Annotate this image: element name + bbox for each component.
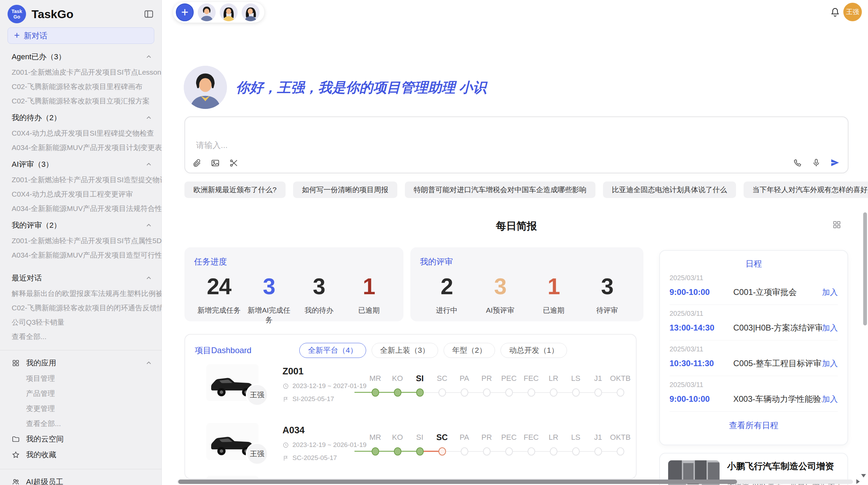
- sidebar-item[interactable]: A034-全新新能源MUV产品开发项目计划变更表编写: [0, 140, 161, 155]
- sidebar-section-my-todo[interactable]: 我的待办（2）: [0, 110, 161, 126]
- chevron-up-icon[interactable]: [145, 114, 153, 122]
- flag-icon: [282, 396, 289, 402]
- sidebar-item[interactable]: Z001-全新燃油皮卡产品开发项目SI节点Lesson Learn报告: [0, 65, 161, 79]
- tab-all-new-platform[interactable]: 全新平台（4）: [299, 343, 366, 358]
- schedule-date: 2025/03/11: [670, 381, 838, 389]
- project-row[interactable]: 王强 A034 2023-12-19 ~ 2026-01-19 SC-2025-…: [195, 423, 626, 474]
- sidebar-my-apps[interactable]: 我的应用: [0, 355, 161, 371]
- voice-call-icon[interactable]: [793, 158, 803, 167]
- sidebar-app-project-mgmt[interactable]: 项目管理: [0, 371, 161, 386]
- sidebar-item-view-all[interactable]: 查看全部...: [0, 329, 161, 344]
- chevron-up-icon[interactable]: [145, 359, 153, 367]
- attachment-icon[interactable]: [192, 158, 202, 168]
- horizontal-scrollbar-thumb[interactable]: [178, 480, 737, 484]
- composer-placeholder: 请输入...: [196, 140, 228, 151]
- avatar[interactable]: [242, 3, 260, 21]
- collapse-sidebar-icon[interactable]: [144, 9, 154, 19]
- chat-composer[interactable]: 请输入...: [184, 116, 848, 173]
- sidebar-app-view-all[interactable]: 查看全部...: [0, 416, 161, 431]
- join-link[interactable]: 加入: [822, 287, 838, 298]
- milestone-dot: [550, 447, 557, 456]
- sidebar-item[interactable]: C02-飞腾新能源轻客改款项目立项汇报方案: [0, 94, 161, 108]
- new-chat-label: 新对话: [24, 30, 47, 41]
- milestone-label-current: SI: [409, 373, 431, 384]
- flag-icon: [282, 455, 289, 461]
- scroll-right-arrow-icon[interactable]: [856, 479, 860, 484]
- suggestion-chip[interactable]: 欧洲新规最近颁布了什么?: [184, 182, 286, 198]
- sidebar-section-agent-done[interactable]: Agent已办（3）: [0, 49, 161, 65]
- sidebar-divider: [0, 350, 161, 350]
- task-progress-card: 任务进度 24新增完成任务 3新增AI完成任务 3我的待办 1已逾期: [184, 247, 403, 321]
- notification-bell-icon[interactable]: [830, 7, 841, 18]
- layout-grid-icon[interactable]: [832, 220, 842, 229]
- owner-name: 王强: [250, 449, 264, 459]
- tab-powertrain-dev[interactable]: 动总开发（1）: [501, 343, 567, 358]
- sidebar-item[interactable]: C02-飞腾新能源轻客改款项目的闭环通告反馈情况: [0, 301, 161, 315]
- sidebar-section-recent-chats[interactable]: 最近对话: [0, 270, 161, 286]
- sidebar-item[interactable]: 解释最新出台的欧盟报废车法规再生塑料比例被调至15%...: [0, 286, 161, 301]
- tab-new-body[interactable]: 全新上装（3）: [372, 343, 438, 358]
- clock-icon: [282, 442, 289, 448]
- schedule-event-name: C005-整车工程目标评审: [733, 358, 822, 369]
- chevron-up-icon[interactable]: [145, 222, 153, 229]
- image-upload-icon[interactable]: [210, 158, 220, 168]
- microphone-icon[interactable]: [811, 158, 821, 167]
- sidebar-my-cloud[interactable]: 我的云空间: [0, 431, 161, 447]
- schedule-item: 2025/03/11 13:00-14:30 C003|H0B-方案冻结评审 加…: [670, 305, 838, 340]
- chevron-up-icon[interactable]: [145, 274, 153, 282]
- suggestion-chip[interactable]: 当下年轻人对汽车外观有怎样的喜好趋势: [744, 182, 868, 198]
- sidebar-ai-superstaff[interactable]: AI超级员工: [0, 474, 161, 485]
- vertical-scrollbar-thumb[interactable]: [863, 212, 867, 325]
- screenshot-scissors-icon[interactable]: [229, 158, 239, 168]
- milestone-dot-done: [394, 447, 401, 456]
- sidebar-item[interactable]: Z001-全新燃油轻卡产品开发项目SI节点属性5D文件评审: [0, 234, 161, 248]
- dashboard-tabs: 全新平台（4） 全新上装（3） 年型（2） 动总开发（1）: [299, 343, 567, 358]
- sidebar-divider: [0, 469, 161, 469]
- milestone-dot: [550, 388, 557, 397]
- stat-label: 已逾期: [344, 306, 394, 315]
- avatar[interactable]: [198, 3, 216, 21]
- user-avatar[interactable]: 王强: [843, 3, 862, 21]
- tab-year-model[interactable]: 年型（2）: [444, 343, 495, 358]
- project-owner-badge: 王强: [246, 384, 268, 406]
- project-row[interactable]: 王强 Z001 2023-12-19 ~ 2027-01-19 SI-2025-…: [195, 364, 626, 415]
- sidebar-my-favorites[interactable]: 我的收藏: [0, 447, 161, 463]
- sidebar-item[interactable]: C02-飞腾新能源轻客改款项目里程碑画布: [0, 79, 161, 94]
- suggestion-chip[interactable]: 如何写一份清晰的项目周报: [293, 182, 397, 198]
- sidebar-item[interactable]: A034-全新新能源MUV产品开发项目造型可行性评审: [0, 248, 161, 262]
- chevron-up-icon[interactable]: [145, 161, 153, 168]
- sidebar-item[interactable]: C0X4-动力总成开发项目SI里程碑提交物检查: [0, 126, 161, 140]
- join-link[interactable]: 加入: [822, 394, 838, 405]
- sidebar-item[interactable]: C0X4-动力总成开发项目工程变更评审: [0, 187, 161, 201]
- stat-label: AI预评审: [473, 306, 527, 315]
- suggestion-chip[interactable]: 比亚迪全固态电池计划具体说了什么: [603, 182, 736, 198]
- sidebar-section-ai-review[interactable]: AI评审（3）: [0, 156, 161, 173]
- sidebar-section-my-review[interactable]: 我的评审（2）: [0, 217, 161, 234]
- avatar[interactable]: [220, 3, 238, 21]
- sidebar-item[interactable]: A034-全新新能源MUV产品开发项目法规符合性评审: [0, 201, 161, 216]
- my-cloud-label: 我的云空间: [26, 434, 64, 444]
- milestone-dot: [505, 388, 513, 397]
- schedule-event-name: C003|H0B-方案冻结评审: [733, 322, 822, 333]
- new-chat-button[interactable]: + 新对话: [8, 27, 154, 44]
- join-link[interactable]: 加入: [822, 358, 838, 369]
- sidebar-app-product-mgmt[interactable]: 产品管理: [0, 386, 161, 401]
- plus-icon: +: [14, 30, 20, 41]
- users-icon: [12, 478, 20, 485]
- chevron-up-icon[interactable]: [145, 53, 153, 61]
- stat-value: 1: [527, 273, 580, 299]
- suggestion-chip[interactable]: 特朗普可能对进口汽车增税会对中国车企造成哪些影响: [405, 182, 595, 198]
- stat-label: 进行中: [420, 306, 473, 315]
- schedule-time: 9:00-10:00: [670, 287, 728, 297]
- view-all-schedule-link[interactable]: 查看所有日程: [670, 420, 838, 431]
- horizontal-scrollbar-track[interactable]: [177, 480, 853, 484]
- stat-value: 2: [420, 273, 473, 299]
- scroll-down-arrow-icon[interactable]: [861, 474, 866, 477]
- sidebar-item[interactable]: 公司Q3轻卡销量: [0, 315, 161, 329]
- milestone-track: MR KO SI SC PA PR PEC FEC LR LS J1 OKTB: [364, 432, 635, 458]
- join-link[interactable]: 加入: [822, 323, 838, 333]
- sidebar-app-change-mgmt[interactable]: 变更管理: [0, 401, 161, 416]
- sidebar-item[interactable]: Z001-全新燃油轻卡产品开发项目SI造型提交物评审: [0, 173, 161, 187]
- send-icon[interactable]: [830, 158, 840, 168]
- add-session-button[interactable]: +: [176, 3, 194, 21]
